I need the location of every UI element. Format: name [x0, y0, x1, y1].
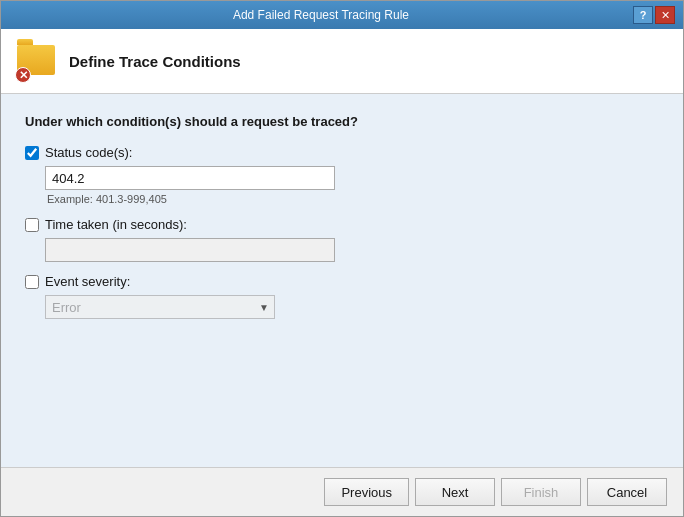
previous-button[interactable]: Previous [324, 478, 409, 506]
footer: Previous Next Finish Cancel [1, 467, 683, 516]
status-codes-input-container: Example: 401.3-999,405 [45, 166, 659, 205]
status-codes-hint: Example: 401.3-999,405 [47, 193, 659, 205]
status-codes-input[interactable] [45, 166, 335, 190]
event-severity-select[interactable]: Error Warning Critical Error Verbose [45, 295, 275, 319]
event-severity-checkbox[interactable] [25, 275, 39, 289]
finish-button[interactable]: Finish [501, 478, 581, 506]
content-area: Under which condition(s) should a reques… [1, 94, 683, 467]
help-button[interactable]: ? [633, 6, 653, 24]
error-badge-icon: ✕ [15, 67, 31, 83]
header-title: Define Trace Conditions [69, 53, 241, 70]
event-severity-row: Event severity: Error Warning Critical E… [25, 274, 659, 319]
time-taken-row: Time taken (in seconds): [25, 217, 659, 262]
window-title: Add Failed Request Tracing Rule [9, 8, 633, 22]
question-label: Under which condition(s) should a reques… [25, 114, 659, 129]
time-taken-checkbox-row: Time taken (in seconds): [25, 217, 659, 232]
event-severity-label[interactable]: Event severity: [45, 274, 130, 289]
header-icon-container: ✕ [17, 41, 57, 81]
status-codes-checkbox-row: Status code(s): [25, 145, 659, 160]
time-taken-input[interactable] [45, 238, 335, 262]
time-taken-checkbox[interactable] [25, 218, 39, 232]
time-taken-input-container [45, 238, 659, 262]
event-severity-checkbox-row: Event severity: [25, 274, 659, 289]
dialog-window: Add Failed Request Tracing Rule ? ✕ ✕ De… [0, 0, 684, 517]
cancel-button[interactable]: Cancel [587, 478, 667, 506]
close-button[interactable]: ✕ [655, 6, 675, 24]
next-button[interactable]: Next [415, 478, 495, 506]
status-codes-checkbox[interactable] [25, 146, 39, 160]
title-bar: Add Failed Request Tracing Rule ? ✕ [1, 1, 683, 29]
event-severity-dropdown-container: Error Warning Critical Error Verbose ▼ [45, 295, 275, 319]
status-codes-row: Status code(s): Example: 401.3-999,405 [25, 145, 659, 205]
time-taken-label[interactable]: Time taken (in seconds): [45, 217, 187, 232]
header-section: ✕ Define Trace Conditions [1, 29, 683, 94]
status-codes-label[interactable]: Status code(s): [45, 145, 132, 160]
title-bar-controls: ? ✕ [633, 6, 675, 24]
